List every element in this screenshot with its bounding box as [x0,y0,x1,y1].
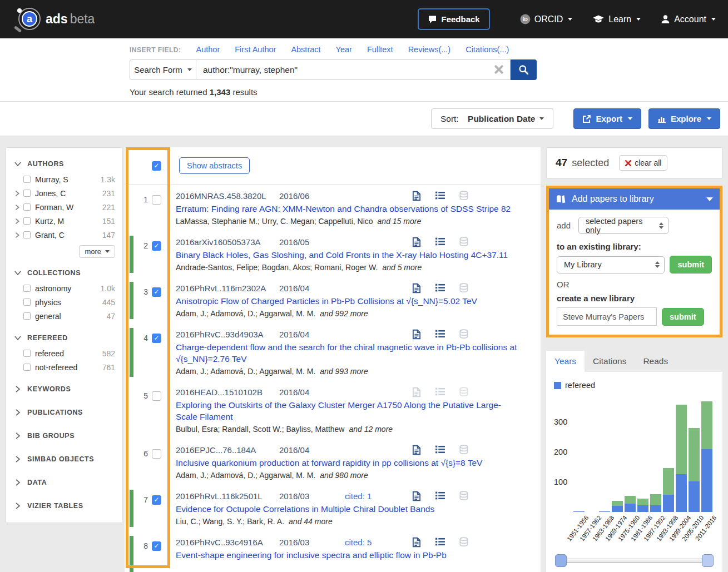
facet-checkbox[interactable] [23,217,31,225]
result-title-link[interactable]: Exploring the Outskirts of the Galaxy Cl… [176,399,518,422]
data-products-icon[interactable] [459,387,469,397]
fulltext-icon[interactable] [412,283,422,294]
search-input[interactable] [196,59,511,80]
facet-checkbox[interactable] [23,364,31,371]
fulltext-icon[interactable] [412,387,422,397]
tab-citations[interactable]: Citations [585,351,635,372]
facet-item-label[interactable]: refereed [35,349,64,358]
facet-item-label[interactable]: general [35,312,61,321]
facet-checkbox[interactable] [23,299,31,306]
citations-list-icon[interactable] [435,387,445,396]
citations-list-icon[interactable] [435,445,445,454]
facet-item-label[interactable]: physics [35,298,61,307]
facet-item-label[interactable]: Forman, W [35,203,73,212]
data-products-icon[interactable] [459,537,469,547]
facet-item-label[interactable]: Jones, C [35,189,66,198]
facet-section-header[interactable]: VIZIER TABLES [14,502,115,510]
facet-checkbox[interactable] [23,350,31,357]
data-products-icon[interactable] [459,237,469,247]
result-checkbox[interactable] [152,391,161,401]
fulltext-icon[interactable] [412,191,422,201]
select-all-checkbox[interactable] [152,161,161,171]
facet-checkbox[interactable] [23,176,31,183]
result-cited-link[interactable]: cited: 1 [345,491,412,501]
submit-new-library-button[interactable]: submit [662,308,704,326]
fulltext-icon[interactable] [412,491,422,501]
facet-checkbox[interactable] [23,190,31,197]
insert-field-link[interactable]: Author [196,45,220,54]
facet-item-label[interactable]: Kurtz, M [35,217,64,226]
result-title-link[interactable]: Binary Black Holes, Gas Sloshing, and Co… [176,249,518,261]
tab-reads[interactable]: Reads [635,351,676,372]
facet-section-header[interactable]: COLLECTIONS [14,269,115,277]
fulltext-icon[interactable] [412,445,422,455]
add-to-library-header[interactable]: Add papers to library [549,188,720,210]
result-title-link[interactable]: Charge-dependent flow and the search for… [176,341,518,365]
facet-expand-icon[interactable] [14,190,21,197]
citations-list-icon[interactable] [435,329,445,339]
citations-list-icon[interactable] [435,491,445,500]
insert-field-link[interactable]: Abstract [291,45,320,54]
facet-item-label[interactable]: Murray, S [35,175,68,184]
facet-item-label[interactable]: astronomy [35,284,71,293]
citations-list-icon[interactable] [435,237,445,246]
facet-section-header[interactable]: REFEREED [14,334,115,342]
facet-checkbox[interactable] [23,312,31,320]
result-checkbox[interactable] [152,195,161,205]
result-checkbox[interactable] [152,541,161,551]
existing-library-select[interactable]: My Library [557,256,665,273]
facet-expand-icon[interactable] [14,203,21,211]
insert-field-link[interactable]: Year [336,45,352,54]
feedback-button[interactable]: Feedback [418,8,490,30]
facet-checkbox[interactable] [23,203,31,211]
facet-more-button[interactable]: more [79,245,115,258]
facet-section-header[interactable]: PUBLICATIONS [14,409,115,416]
new-library-input[interactable] [557,307,657,326]
insert-field-link[interactable]: Fulltext [367,45,393,54]
fulltext-icon[interactable] [412,537,422,548]
result-checkbox[interactable] [152,334,161,343]
insert-field-link[interactable]: Citations(...) [465,45,509,54]
data-products-icon[interactable] [459,191,469,201]
facet-section-header[interactable]: AUTHORS [14,160,115,168]
search-form-dropdown[interactable]: Search Form [130,59,196,80]
result-checkbox[interactable] [152,495,161,505]
explore-button[interactable]: Explore [648,108,720,129]
account-menu[interactable]: Account [661,14,716,24]
citations-list-icon[interactable] [435,283,445,292]
insert-field-link[interactable]: First Author [235,45,276,54]
slider-left-handle[interactable] [555,554,567,567]
ads-logo[interactable]: a [12,4,42,34]
tab-years[interactable]: Years [546,351,585,372]
fulltext-icon[interactable] [412,329,422,340]
data-products-icon[interactable] [459,491,469,501]
search-submit-button[interactable] [511,59,537,80]
insert-field-link[interactable]: Reviews(...) [408,45,451,54]
result-title-link[interactable]: Anisotropic Flow of Charged Particles in… [176,295,518,307]
result-title-link[interactable]: Inclusive quarkonium production at forwa… [176,457,518,469]
show-abstracts-button[interactable]: Show abstracts [179,157,250,174]
result-checkbox[interactable] [152,287,161,297]
fulltext-icon[interactable] [412,237,422,247]
facet-checkbox[interactable] [23,285,31,292]
result-checkbox[interactable] [152,449,161,459]
slider-right-handle[interactable] [702,554,714,567]
facet-checkbox[interactable] [23,231,31,238]
result-title-link[interactable]: Evidence for Octupole Correlations in Mu… [176,503,518,515]
result-checkbox[interactable] [152,241,161,251]
facet-item-label[interactable]: not-refereed [35,363,77,372]
clear-search-icon[interactable] [494,64,504,74]
slider-track[interactable] [555,559,714,563]
facet-expand-icon[interactable] [14,217,21,225]
facet-expand-icon[interactable] [14,231,21,239]
result-cited-link[interactable]: cited: 5 [345,538,412,547]
citations-list-icon[interactable] [435,537,445,546]
result-title-link[interactable]: Event-shape engineering for inclusive sp… [176,549,518,561]
facet-section-header[interactable]: DATA [14,479,115,486]
sort-dropdown[interactable]: Sort: Publication Date [431,108,553,129]
result-title-link[interactable]: Erratum: Finding rare AGN: XMM-Newton an… [176,203,518,215]
add-scope-select[interactable]: selected papers only [578,217,668,234]
submit-existing-button[interactable]: submit [670,256,712,273]
facet-section-header[interactable]: BIB GROUPS [14,432,115,440]
data-products-icon[interactable] [459,329,469,339]
